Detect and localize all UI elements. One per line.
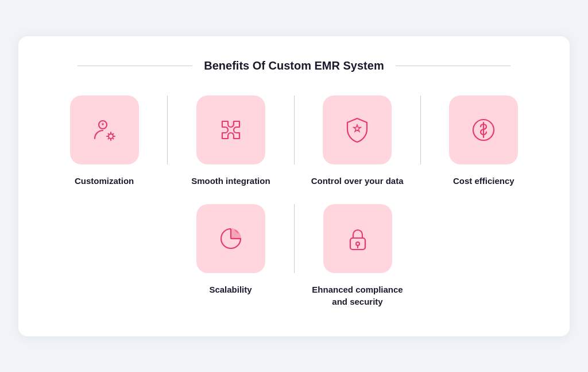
benefit-cost-efficiency: Cost efficiency (432, 95, 535, 187)
title-line-left (78, 66, 192, 66)
smooth-integration-icon-box (196, 95, 265, 164)
cost-efficiency-icon-box (449, 95, 518, 164)
smooth-integration-label: Smooth integration (191, 175, 270, 187)
title-line-right (396, 66, 510, 66)
compliance-icon-box (323, 204, 392, 273)
customization-icon-box (70, 95, 139, 164)
benefit-smooth-integration: Smooth integration (179, 95, 282, 187)
scalability-label: Scalability (209, 283, 252, 296)
separator-1 (167, 95, 168, 164)
user-cog-icon (90, 116, 119, 144)
separator-4 (294, 204, 295, 273)
benefit-control-data: Control over your data (306, 95, 409, 187)
compliance-label: Ehnanced compliance and security (306, 283, 409, 308)
pie-chart-icon (216, 224, 245, 253)
title-row: Benefits Of Custom EMR System (53, 59, 535, 72)
control-data-icon-box (323, 95, 392, 164)
shield-star-icon (343, 116, 372, 144)
benefits-row-2: Scalability Ehnanced compliance and secu… (53, 204, 535, 308)
benefits-card: Benefits Of Custom EMR System Customizat… (18, 36, 570, 336)
separator-3 (420, 95, 421, 164)
benefit-customization: Customization (53, 95, 156, 187)
separator-2 (294, 95, 295, 164)
scalability-icon-box (196, 204, 265, 273)
puzzle-icon (216, 116, 245, 144)
section-title: Benefits Of Custom EMR System (204, 59, 384, 72)
cost-efficiency-label: Cost efficiency (453, 175, 514, 187)
customization-label: Customization (75, 175, 134, 187)
benefit-scalability: Scalability (179, 204, 283, 296)
dollar-icon (469, 116, 498, 144)
lock-icon (343, 224, 372, 253)
benefits-row-1: Customization Smooth integration Control… (53, 95, 535, 187)
benefit-compliance: Ehnanced compliance and security (306, 204, 409, 308)
control-data-label: Control over your data (311, 175, 404, 187)
